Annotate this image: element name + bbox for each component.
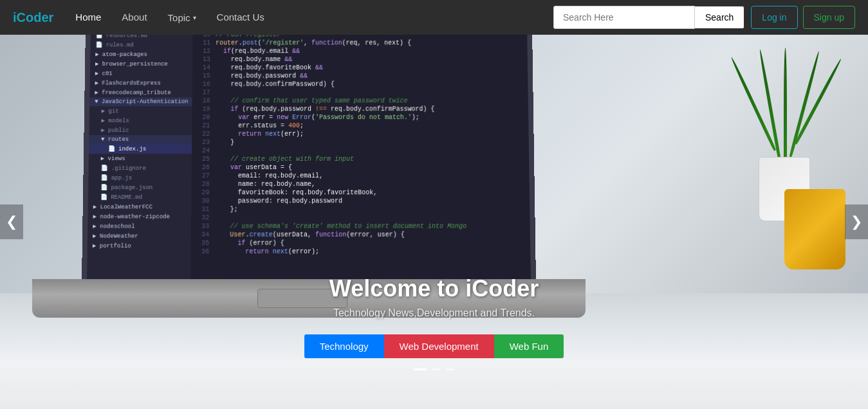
hero-content: Welcome to iCoder Technology News,Develo… <box>0 275 868 370</box>
search-form: Search <box>553 6 744 29</box>
sidebar-folder: ▶ nodeschool <box>88 221 191 231</box>
sidebar-item: 📄 package.json <box>88 183 192 192</box>
code-line: 32 <box>191 214 530 222</box>
sidebar-folder: ▼ routes <box>89 135 192 144</box>
carousel-dot-2[interactable] <box>432 368 441 370</box>
hero-buttons: Technology Web Development Web Fun <box>0 334 868 358</box>
code-content-area: 10// POST /register 11router.post('/regi… <box>190 35 531 282</box>
nav-item-about[interactable]: About <box>113 12 156 23</box>
sidebar-item: ▶ models <box>89 116 192 125</box>
sidebar-folder: ▼ JavaScript-Authentication <box>89 97 192 106</box>
auth-buttons: Log in Sign up <box>751 6 855 29</box>
nav-item-home[interactable]: Home <box>66 12 110 23</box>
sidebar-item: 📄 rules.md <box>90 40 192 50</box>
web-fun-button[interactable]: Web Fun <box>494 334 564 358</box>
sidebar-folder: ▶ NodeWeather <box>88 232 191 241</box>
brand-logo[interactable]: iCoder <box>13 10 53 25</box>
sidebar-item: 📄 README.md <box>88 192 192 202</box>
signup-button[interactable]: Sign up <box>803 6 855 29</box>
code-line: 27 email: req.body.email, <box>192 172 530 180</box>
chevron-down-icon: ▾ <box>193 14 196 21</box>
leaf <box>759 49 782 163</box>
code-line: 30 password: req.body.password <box>191 197 530 205</box>
code-line: 22 return next(err); <box>192 130 528 138</box>
code-line: 29 favoriteBook: req.body.favoriteBook, <box>191 188 530 197</box>
search-button[interactable]: Search <box>695 6 744 29</box>
nav-item-topic[interactable]: Topic ▾ <box>159 7 205 28</box>
web-development-button[interactable]: Web Development <box>384 334 494 358</box>
code-line: 34 User.create(userData, function(error,… <box>191 231 530 239</box>
sidebar-folder: ▶ FlashcardsExpress <box>90 78 192 88</box>
code-line: 20 var err = new Error('Passwords do not… <box>192 113 528 122</box>
code-line: 14 req.body.favoriteBook && <box>192 64 528 72</box>
code-line: 24 <box>192 147 529 155</box>
plants-decoration <box>669 48 849 292</box>
hero-subtitle: Technology News,Development and Trends. <box>0 307 868 319</box>
carousel-dot-3[interactable] <box>446 368 455 370</box>
sidebar-folder: ▶ freecodecamp_tribute <box>89 88 192 98</box>
technology-button[interactable]: Technology <box>304 334 384 358</box>
code-line: 21 err.status = 400; <box>192 122 528 130</box>
hero-title: Welcome to iCoder <box>0 275 868 302</box>
code-line: 33 // use schema's 'create' method to in… <box>191 222 530 230</box>
sidebar-folder: ▶ browser_persistence <box>90 59 192 69</box>
nav-link-contact[interactable]: Contact Us <box>208 6 273 28</box>
yellow-pot <box>784 189 845 269</box>
nav-item-contact[interactable]: Contact Us <box>208 12 273 23</box>
leaf <box>794 58 842 145</box>
nav-link-about[interactable]: About <box>113 6 156 28</box>
carousel-dots <box>0 368 868 370</box>
sidebar-item: ▶ git <box>89 106 192 116</box>
hero-section: 📄 resources.md 📄 rules.md ▶ atom-package… <box>0 35 868 409</box>
code-line: 26 var userData = { <box>192 163 530 172</box>
code-line: 15 req.body.password && <box>192 72 528 80</box>
code-line: 35 if (error) { <box>191 239 530 248</box>
code-editor: 📄 resources.md 📄 rules.md ▶ atom-package… <box>87 35 531 282</box>
code-line: 25 // create object with form input <box>192 155 529 163</box>
laptop-screen: 📄 resources.md 📄 rules.md ▶ atom-package… <box>82 35 536 287</box>
sidebar-folder: ▶ atom-packages <box>90 50 192 59</box>
sidebar-item: 📄 app.js <box>88 173 191 183</box>
navbar: iCoder Home About Topic ▾ Contact Us Sea… <box>0 0 868 35</box>
carousel-dot-1[interactable] <box>414 368 427 370</box>
sidebar-item: 📄 .gitignore <box>89 163 192 173</box>
code-line: 13 req.body.name && <box>192 55 528 64</box>
code-line: 11router.post('/register', function(req,… <box>192 39 527 48</box>
sidebar-folder: ▶ LocalWeatherFCC <box>88 202 192 212</box>
code-line: 36 return next(error); <box>191 248 531 256</box>
sidebar-folder: ▶ node-weather-zipcode <box>88 212 191 221</box>
sidebar-folder: ▶ views <box>89 154 192 163</box>
editor-sidebar: 📄 resources.md 📄 rules.md ▶ atom-package… <box>87 35 193 282</box>
sidebar-active-file: 📄 index.js <box>89 144 192 154</box>
code-line: 12 if(req.body.email && <box>192 47 528 55</box>
nav-links: Home About Topic ▾ Contact Us <box>66 7 553 28</box>
code-line: 16 req.body.confirmPassword) { <box>192 80 528 89</box>
nav-link-topic[interactable]: Topic ▾ <box>159 7 205 28</box>
sidebar-folder: ▶ c01 <box>90 69 192 78</box>
code-line: 31 }; <box>191 205 530 214</box>
nav-link-home[interactable]: Home <box>66 6 110 28</box>
code-line: 28 name: req.body.name, <box>192 180 530 188</box>
code-line: 18 // confirm that user typed same passw… <box>192 96 528 105</box>
sidebar-item: ▶ public <box>89 125 192 135</box>
code-line: 19 if (req.body.password !== req.body.co… <box>192 105 528 113</box>
sidebar-item: 📄 resources.md <box>91 35 193 40</box>
sidebar-folder: ▶ portfolio <box>88 241 191 251</box>
carousel-prev-button[interactable]: ❮ <box>0 204 23 239</box>
login-button[interactable]: Log in <box>751 6 797 29</box>
search-input[interactable] <box>553 6 695 29</box>
code-line: 17 <box>192 89 528 97</box>
code-line: 23 } <box>192 138 529 147</box>
carousel-next-button[interactable]: ❯ <box>845 204 868 239</box>
nav-topic-label: Topic <box>168 12 190 23</box>
